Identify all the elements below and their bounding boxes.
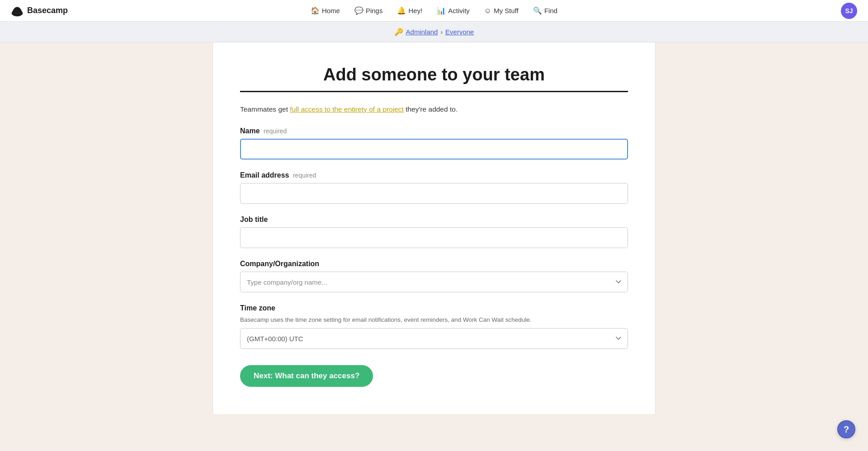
name-label: Name required (240, 127, 628, 135)
breadcrumb-separator: › (440, 28, 443, 36)
timezone-select[interactable]: (GMT+00:00) UTC (240, 328, 628, 349)
job-title-label: Job title (240, 216, 628, 224)
intro-prefix: Teammates get (240, 105, 290, 113)
basecamp-logo-icon (11, 5, 24, 17)
top-navigation: Basecamp 🏠 Home 💬 Pings 🔔 Hey! 📊 Activit… (0, 0, 868, 22)
my-stuff-icon: ☺ (484, 7, 491, 15)
title-divider (240, 91, 628, 92)
nav-links: 🏠 Home 💬 Pings 🔔 Hey! 📊 Activity ☺ My St… (304, 4, 564, 18)
form-intro-text: Teammates get full access to the entiret… (240, 104, 628, 114)
nav-find[interactable]: 🔍 Find (527, 4, 564, 18)
nav-home[interactable]: 🏠 Home (304, 4, 346, 18)
name-field-group: Name required (240, 127, 628, 160)
email-input[interactable] (240, 183, 628, 204)
form-card: Add someone to your team Teammates get f… (212, 42, 656, 414)
page-title: Add someone to your team (240, 65, 628, 85)
hey-icon: 🔔 (397, 6, 406, 15)
nav-pings[interactable]: 💬 Pings (348, 4, 389, 18)
breadcrumb-icon: 🔑 (394, 28, 403, 36)
user-avatar[interactable]: SJ (841, 3, 857, 19)
help-button[interactable]: ? (837, 420, 855, 438)
main-content-wrapper: Add someone to your team Teammates get f… (0, 42, 868, 414)
job-title-input[interactable] (240, 227, 628, 248)
email-field-group: Email address required (240, 171, 628, 204)
timezone-description: Basecamp uses the time zone setting for … (240, 316, 628, 324)
app-name: Basecamp (27, 6, 68, 15)
pings-icon: 💬 (354, 6, 363, 15)
find-icon: 🔍 (533, 6, 542, 15)
timezone-field-group: Time zone Basecamp uses the time zone se… (240, 304, 628, 349)
home-icon: 🏠 (311, 6, 320, 15)
timezone-label: Time zone (240, 304, 628, 312)
breadcrumb: 🔑 Adminland › Everyone (394, 28, 474, 36)
intro-suffix: they're added to. (404, 105, 458, 113)
email-label: Email address required (240, 171, 628, 179)
breadcrumb-bar: 🔑 Adminland › Everyone (0, 22, 868, 42)
breadcrumb-current[interactable]: Everyone (445, 28, 474, 36)
activity-icon: 📊 (437, 6, 446, 15)
name-required-label: required (264, 127, 287, 135)
intro-link[interactable]: full access to the entirety of a project (290, 105, 404, 113)
company-field-group: Company/Organization Type company/org na… (240, 260, 628, 292)
company-select[interactable]: Type company/org name... (240, 272, 628, 292)
breadcrumb-parent[interactable]: Adminland (406, 28, 438, 36)
nav-hey[interactable]: 🔔 Hey! (391, 4, 429, 18)
name-input[interactable] (240, 139, 628, 160)
app-logo[interactable]: Basecamp (11, 5, 68, 17)
add-teammate-form: Name required Email address required Job… (240, 127, 628, 387)
nav-my-stuff[interactable]: ☺ My Stuff (478, 4, 525, 18)
nav-activity[interactable]: 📊 Activity (430, 4, 476, 18)
email-required-label: required (293, 172, 316, 179)
next-button[interactable]: Next: What can they access? (240, 365, 373, 387)
company-label: Company/Organization (240, 260, 628, 268)
job-title-field-group: Job title (240, 216, 628, 248)
